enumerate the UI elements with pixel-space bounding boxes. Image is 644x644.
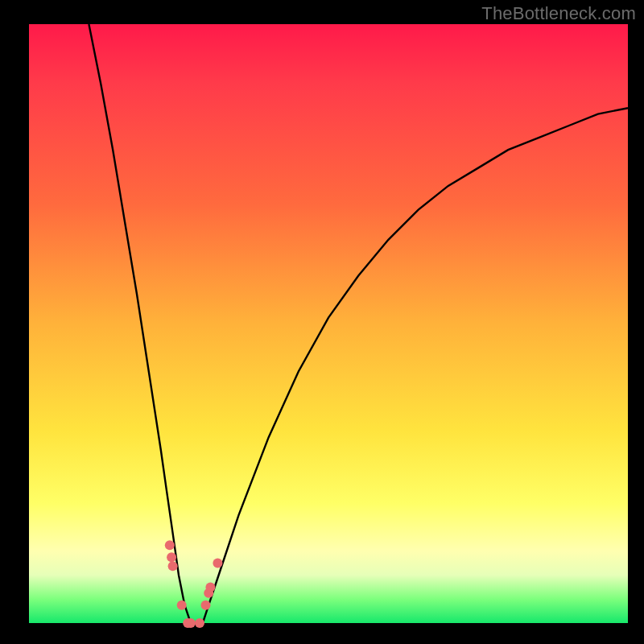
watermark-text: TheBottleneck.com [481, 3, 636, 24]
marker-point [168, 561, 178, 571]
chart-frame: TheBottleneck.com [0, 0, 644, 644]
curve-svg [29, 24, 628, 623]
plot-area [29, 24, 628, 623]
marker-point [167, 552, 176, 562]
highlight-markers [165, 540, 223, 628]
bottleneck-curve [89, 24, 628, 623]
marker-point [205, 582, 215, 592]
marker-point [195, 618, 204, 628]
marker-point [165, 540, 175, 550]
marker-point [186, 618, 196, 628]
marker-point [177, 601, 187, 610]
marker-point [201, 601, 211, 610]
marker-point [213, 559, 222, 568]
